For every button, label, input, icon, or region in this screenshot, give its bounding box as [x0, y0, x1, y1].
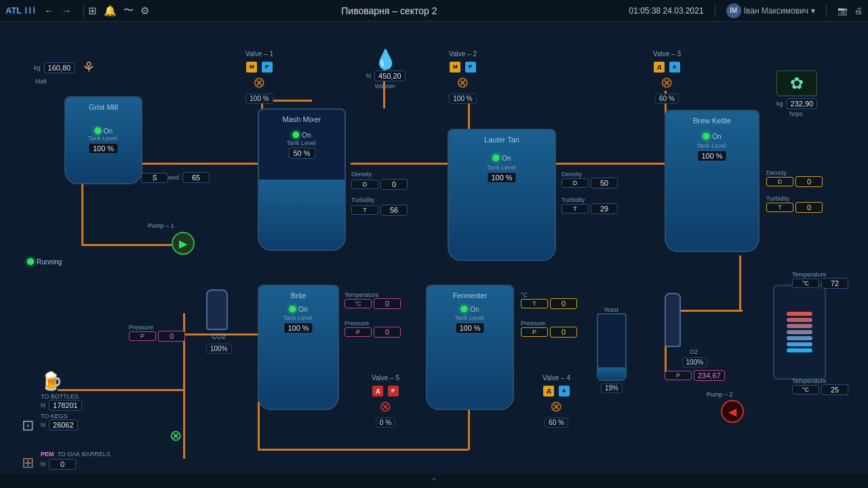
grist-speed-box: Speed 65 S: [161, 172, 210, 184]
settings-icon[interactable]: ⚙: [140, 5, 149, 17]
pump1-circle[interactable]: ▶: [172, 232, 195, 255]
coil-line1: [787, 312, 812, 316]
valve1-btn-p[interactable]: P: [262, 62, 273, 73]
brite-level-lbl: Tank Level: [283, 314, 312, 321]
pipe-brite-bottom: [258, 401, 260, 450]
activity-icon[interactable]: 〜: [123, 4, 134, 17]
pump1-label: Pump – 1: [148, 222, 174, 229]
lauter-tan-tank: Lauter Tan On Tank Level 100 %: [448, 129, 556, 261]
brite-temp-box: Temperature °C 0: [344, 291, 401, 310]
lauter-level-val: 100 %: [487, 172, 516, 183]
water-drop-icon: 💧: [366, 50, 406, 69]
valve2-box: Valve – 2 M P ⊗ 100 %: [449, 50, 477, 104]
nav-forward[interactable]: →: [59, 4, 74, 18]
coil-line6: [787, 342, 812, 346]
bottles-unit: hl: [41, 402, 45, 409]
nav-back[interactable]: ←: [41, 4, 56, 18]
hops-icon: ✿: [776, 70, 817, 96]
brew-on-dot: [703, 133, 709, 140]
pump2-label: Pump – 2: [707, 391, 733, 398]
pipe-to-pump1: [81, 244, 180, 246]
brite-press-box: Pressure P 0: [344, 320, 401, 339]
valve2-btn-m[interactable]: M: [450, 62, 460, 73]
ferm-level-lbl: Tank Level: [454, 314, 484, 321]
coil-temp-lbl2: Temperature: [792, 378, 847, 384]
brew-kettle-label: Brew Kettle: [666, 117, 758, 125]
kegs-unit: hl: [41, 422, 45, 428]
coil-line7: [787, 348, 812, 352]
user-menu[interactable]: ІМ Іван Максимович ▾: [726, 3, 815, 18]
brite-temp-lbl: Temperature: [344, 291, 399, 298]
valve3-btn-a[interactable]: А: [669, 62, 680, 73]
print-icon[interactable]: 🖨: [854, 6, 863, 16]
chevron-up-icon[interactable]: ⌃: [431, 476, 437, 486]
toolbar-icons[interactable]: ⊞ 🔔 〜 ⚙: [88, 4, 149, 17]
lauter-tan-label: Lauter Tan: [449, 136, 555, 144]
barrel-icon: ⊞: [22, 454, 34, 472]
o2-cylinder: [665, 293, 681, 347]
topbar: ATL ⌇⌇⌇ ← → ⊞ 🔔 〜 ⚙ Пивоварня – сектор 2…: [0, 0, 868, 22]
nav-arrows[interactable]: ← →: [41, 4, 74, 18]
valve3-label: Valve – 3: [653, 50, 681, 58]
brew-turbidity-box: Turbidity T 0: [766, 195, 823, 214]
valve5-box: Valve – 5 Д Р ⊗ 0 %: [372, 374, 399, 428]
brite-level-val: 100 %: [283, 323, 313, 333]
valve3-btn-d[interactable]: Д: [654, 62, 665, 73]
oak-pem-label: PEM: [41, 451, 54, 458]
ferm-t-key: T: [521, 299, 548, 308]
valve1-box: Valve – 1 M P ⊗ 100 %: [245, 50, 273, 104]
valve4-btn-a[interactable]: А: [559, 386, 570, 396]
grid-icon[interactable]: ⊞: [88, 5, 97, 17]
valve4-btn-d[interactable]: Д: [543, 386, 554, 396]
brew-d-key: D: [766, 177, 793, 186]
keg-valve-icon[interactable]: ⊗: [170, 427, 182, 445]
ferm-temp-lbl: °C: [521, 291, 576, 298]
brew-kettle-tank: Brew Kettle On Tank Level 100 %: [665, 110, 760, 252]
grist-mill-tank: Grist Mill On Tank Level 100 %: [64, 96, 142, 184]
mash-level-lbl: Tank Level: [286, 140, 315, 146]
fermenter-label: Fermenter: [427, 291, 513, 300]
camera-icon[interactable]: 📷: [837, 6, 848, 16]
malt-value: 160,80: [44, 62, 75, 73]
lauter-on-dot: [492, 155, 499, 161]
lauter-d-key: D: [561, 178, 589, 188]
divider1: [83, 4, 84, 18]
brew-turb-lbl: Turbidity: [766, 195, 821, 202]
co2-p-key: P: [129, 331, 156, 341]
mash-mixer-tank: Mash Mixer On Tank Level 50 %: [258, 108, 346, 251]
divider3: [826, 4, 827, 18]
coil-temp-lbl1: Temperature: [792, 271, 847, 278]
wasser-unit: hl: [366, 73, 371, 79]
brite-press-lbl: Pressure: [344, 320, 399, 327]
lauter-tan-fill: [449, 130, 555, 260]
brew-t-key: T: [766, 203, 793, 212]
valve2-btn-p[interactable]: P: [465, 62, 476, 73]
lauter-level-lbl: Tank Level: [486, 164, 515, 171]
lauter-on-label: On: [502, 155, 511, 162]
pump2-circle[interactable]: ◀: [721, 400, 744, 423]
lauter-turbidity-box: Turbidity T 29: [561, 197, 618, 216]
hops-value: 232,90: [787, 98, 818, 109]
yeast-fill: [598, 367, 625, 380]
valve5-label: Valve – 5: [372, 374, 399, 382]
valve1-percent: 100 %: [245, 94, 273, 104]
bell-icon[interactable]: 🔔: [104, 5, 117, 17]
speed-s-label: S: [141, 173, 168, 183]
brite-p-key: P: [344, 327, 372, 337]
divider2: [715, 4, 715, 18]
pipe-mash-to-lauter: [351, 163, 456, 165]
lauter-on: On: [492, 152, 511, 164]
brew-turb-val: 0: [795, 202, 823, 213]
valve1-btn-m[interactable]: M: [246, 62, 257, 73]
lauter-density-box: Density D 50: [561, 171, 618, 190]
user-name: Іван Максимович: [744, 6, 808, 16]
brite-on: On: [289, 303, 307, 315]
valve5-btn-d[interactable]: Д: [372, 386, 383, 396]
speed-value: 65: [182, 172, 210, 183]
valve3-icon: ⊗: [653, 74, 681, 92]
clock: 01:05:38 24.03.2021: [629, 6, 704, 16]
brite-tank: Brite On Tank Level 100 %: [258, 285, 339, 410]
hops-label: hops: [776, 110, 816, 117]
valve5-btn-p[interactable]: Р: [388, 386, 399, 396]
lauter-density-val: 50: [591, 178, 618, 188]
